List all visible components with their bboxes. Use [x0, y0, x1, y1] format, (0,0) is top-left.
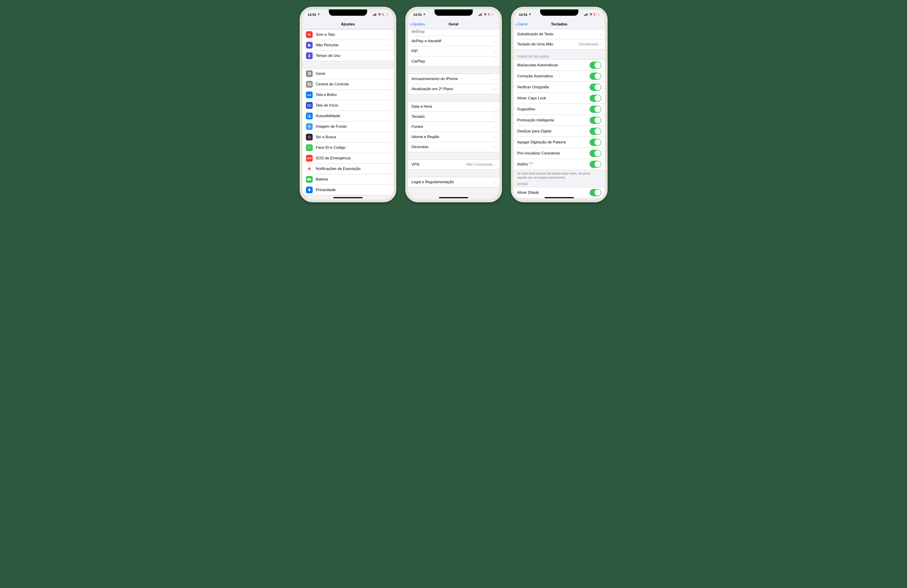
row-bateria[interactable]: Bateria › [302, 174, 394, 184]
row-exposicao[interactable]: Notificações de Exposição › [302, 163, 394, 174]
toggle-deslizar[interactable] [590, 128, 601, 135]
status-time: 14:51 [308, 13, 316, 16]
chevron-right-icon: › [494, 125, 496, 129]
row-legal[interactable]: Legal e Regulamentação › [408, 177, 499, 187]
group-footer-atalho: Se você tocar na barra de espaço duas ve… [514, 170, 605, 181]
row-teclado-uma-mao[interactable]: Teclado de Uma Mão Desativado › [514, 39, 605, 49]
signal-icon [479, 13, 482, 16]
svg-rect-2 [375, 13, 376, 16]
toggle-atalho[interactable] [590, 161, 601, 168]
row-dicionario[interactable]: Dicionário › [408, 142, 499, 152]
row-label: Não Perturbe [316, 43, 388, 47]
chevron-right-icon: › [494, 162, 496, 167]
svg-rect-31 [307, 178, 311, 180]
general-list[interactable]: AirDrop › AirPlay e Handoff › PIP › CarP… [408, 29, 499, 200]
toggle-capslock[interactable] [590, 95, 601, 102]
toggle-ortografia[interactable] [590, 83, 601, 91]
row-idioma[interactable]: Idioma e Região › [408, 132, 499, 142]
toggle-correcao[interactable] [590, 73, 601, 80]
settings-list[interactable]: Som e Tato › Não Perturbe › Tempo de Uso… [302, 29, 394, 200]
chevron-right-icon: › [388, 188, 390, 192]
row-armazenamento[interactable]: Armazenamento do iPhone › [408, 74, 499, 84]
keyboards-list[interactable]: Substituição de Texto › Teclado de Uma M… [514, 29, 605, 200]
chevron-right-icon: › [388, 124, 390, 129]
row-central-controle[interactable]: Central de Controle › [302, 79, 394, 90]
row-tela-inicio[interactable]: Tela de Início › [302, 100, 394, 111]
row-airplay[interactable]: AirPlay e Handoff › [408, 36, 499, 46]
row-deslizar[interactable]: Deslizar para Digitar [514, 126, 605, 137]
chevron-right-icon: › [494, 39, 496, 43]
row-label: CarPlay [412, 59, 494, 64]
row-pontuacao[interactable]: Pontuação Inteligente [514, 115, 605, 126]
row-capslock[interactable]: Ativar Caps Lock [514, 93, 605, 104]
toggle-previsualizar[interactable] [590, 150, 601, 157]
svg-line-29 [308, 170, 309, 170]
row-imagem-fundo[interactable]: Imagem de Fundo › [302, 122, 394, 132]
group-header-ditado: Ditado [514, 181, 605, 187]
row-geral[interactable]: Geral › [302, 69, 394, 79]
back-button[interactable]: ‹ Ajustes [410, 22, 425, 27]
home-indicator[interactable] [333, 197, 362, 198]
row-privacidade[interactable]: Privacidade › [302, 185, 394, 195]
row-atalho[interactable]: Atalho "." [514, 159, 605, 170]
row-label: Ativar Ditado [517, 191, 590, 195]
toggle-pontuacao[interactable] [590, 117, 601, 124]
row-sos[interactable]: SOS SOS de Emergência › [302, 153, 394, 163]
row-pip[interactable]: PIP › [408, 46, 499, 56]
row-maiusculas[interactable]: Maiúsculas Automáticas [514, 60, 605, 70]
svg-rect-38 [489, 13, 489, 15]
row-nao-perturbe[interactable]: Não Perturbe › [302, 40, 394, 50]
row-label: Armazenamento do iPhone [412, 77, 494, 81]
row-carplay[interactable]: CarPlay › [408, 56, 499, 66]
row-siri-busca[interactable]: Siri e Busca › [302, 132, 394, 142]
row-label: Idioma e Região [412, 135, 494, 139]
toggle-maiusculas[interactable] [590, 62, 601, 69]
toggle-apagar[interactable] [590, 139, 601, 146]
row-airdrop[interactable]: AirDrop › [408, 29, 499, 36]
row-vpn[interactable]: VPN Não Conectado › [408, 160, 499, 170]
row-data-hora[interactable]: Data e Hora › [408, 102, 499, 112]
row-acessibilidade[interactable]: Acessibilidade › [302, 111, 394, 121]
toggle-ditado[interactable] [590, 189, 601, 196]
row-tempo-de-uso[interactable]: Tempo de Uso › [302, 51, 394, 61]
battery-low-icon [382, 13, 388, 16]
row-faceid[interactable]: Face ID e Código › [302, 143, 394, 153]
row-apagar[interactable]: Apagar Digitação de Palavra [514, 137, 605, 148]
row-label: AirDrop [412, 29, 494, 34]
row-label: Central de Controle [316, 82, 388, 87]
svg-point-17 [310, 126, 311, 127]
chevron-right-icon: › [388, 103, 390, 108]
row-ortografia[interactable]: Verificar Ortografia [514, 82, 605, 93]
row-previsualizar[interactable]: Pré-visualizar Caracteres [514, 148, 605, 159]
row-substituicao-texto[interactable]: Substituição de Texto › [514, 29, 605, 39]
row-fontes[interactable]: Fontes › [408, 122, 499, 132]
back-button[interactable]: ‹ Geral [516, 22, 527, 27]
row-label: Substituição de Texto [517, 32, 600, 37]
svg-rect-0 [373, 15, 373, 16]
home-indicator[interactable] [439, 197, 468, 198]
chevron-right-icon: › [494, 77, 496, 81]
row-som-e-tato[interactable]: Som e Tato › [302, 29, 394, 40]
toggle-sugestoes[interactable] [590, 106, 601, 113]
row-sugestoes[interactable]: Sugestões [514, 104, 605, 115]
signal-icon [373, 13, 377, 16]
row-correcao[interactable]: Correção Automática [514, 71, 605, 82]
home-indicator[interactable] [545, 197, 574, 198]
chevron-right-icon: › [388, 32, 390, 37]
row-atualizacao[interactable]: Atualização em 2º Plano › [408, 84, 499, 94]
chevron-right-icon: › [494, 114, 496, 119]
row-tela-brilho[interactable]: AA Tela e Brilho › [302, 90, 394, 100]
row-label: AirPlay e Handoff [412, 39, 494, 43]
row-label: Data e Hora [412, 104, 494, 109]
row-label: Legal e Regulamentação [412, 180, 494, 184]
battery-low-icon [594, 13, 599, 16]
row-label: Privacidade [316, 188, 388, 192]
sos-icon: SOS [306, 155, 312, 162]
row-label: Atalho "." [517, 162, 590, 167]
row-label: Maiúsculas Automáticas [517, 63, 590, 67]
row-ativar-ditado[interactable]: Ativar Ditado [514, 187, 605, 198]
svg-rect-43 [588, 13, 588, 16]
row-teclado[interactable]: Teclado › [408, 112, 499, 122]
svg-rect-41 [585, 14, 586, 16]
chevron-right-icon: › [600, 32, 601, 37]
